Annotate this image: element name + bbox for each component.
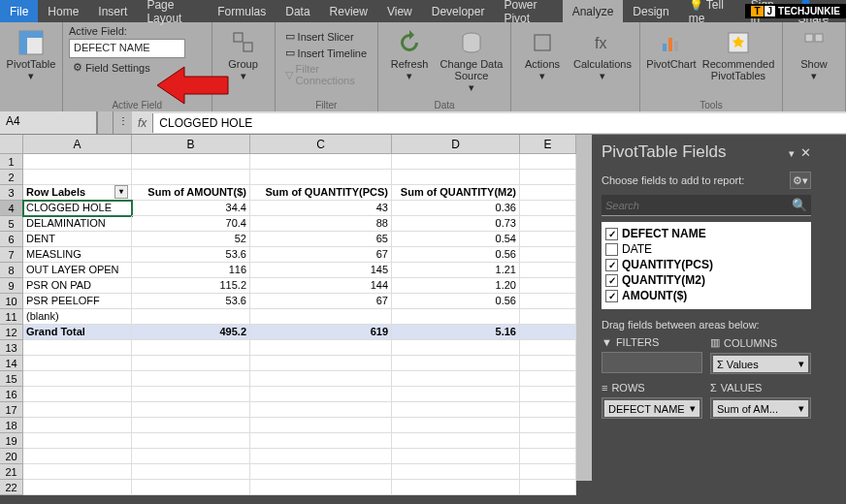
menu-view[interactable]: View bbox=[377, 0, 422, 22]
col-header-D[interactable]: D bbox=[392, 135, 520, 154]
cell[interactable] bbox=[520, 201, 576, 216]
cell[interactable] bbox=[250, 356, 392, 371]
cell[interactable] bbox=[23, 418, 132, 433]
cell[interactable]: Row Labels▾ bbox=[23, 185, 132, 201]
cell[interactable] bbox=[250, 418, 392, 433]
cell[interactable]: 144 bbox=[250, 278, 392, 294]
menu-home[interactable]: Home bbox=[38, 0, 88, 22]
cell[interactable] bbox=[392, 340, 520, 356]
pane-dropdown-icon[interactable]: ▾ bbox=[789, 147, 795, 159]
cell[interactable] bbox=[23, 449, 132, 464]
col-header-A[interactable]: A bbox=[23, 135, 132, 154]
col-header-B[interactable]: B bbox=[132, 135, 250, 154]
row-header[interactable]: 3 bbox=[0, 185, 23, 201]
cell[interactable] bbox=[392, 464, 520, 480]
cell[interactable] bbox=[520, 170, 576, 185]
active-field-input[interactable]: DEFECT NAME bbox=[69, 39, 185, 58]
cell[interactable]: 53.6 bbox=[132, 247, 250, 263]
cell[interactable] bbox=[23, 371, 132, 387]
cell[interactable] bbox=[520, 418, 576, 433]
cell[interactable] bbox=[520, 247, 576, 263]
cell[interactable] bbox=[132, 154, 250, 170]
row-header[interactable]: 16 bbox=[0, 387, 23, 402]
cell[interactable] bbox=[23, 340, 132, 356]
cell[interactable] bbox=[23, 433, 132, 449]
field-item[interactable]: ✓QUANTITY(M2) bbox=[605, 272, 807, 288]
menu-developer[interactable]: Developer bbox=[422, 0, 495, 22]
row-header[interactable]: 20 bbox=[0, 449, 23, 464]
cell[interactable] bbox=[520, 325, 576, 340]
refresh-button[interactable]: Refresh▾ bbox=[384, 25, 435, 100]
row-labels-dropdown[interactable]: ▾ bbox=[114, 185, 128, 199]
menu-analyze[interactable]: Analyze bbox=[563, 0, 624, 22]
cell[interactable] bbox=[250, 154, 392, 170]
cell[interactable]: Sum of QUANTITY(PCS) bbox=[250, 185, 392, 201]
field-item[interactable]: ✓DEFECT NAME bbox=[605, 226, 807, 241]
cell[interactable] bbox=[250, 387, 392, 402]
cell[interactable]: PSR PEELOFF bbox=[23, 294, 132, 309]
cell[interactable]: 88 bbox=[250, 216, 392, 232]
cell[interactable]: 116 bbox=[132, 263, 250, 278]
cell[interactable] bbox=[132, 433, 250, 449]
row-header[interactable]: 1 bbox=[0, 154, 23, 170]
cell[interactable]: 52 bbox=[132, 232, 250, 247]
cell[interactable] bbox=[520, 263, 576, 278]
cell[interactable] bbox=[250, 170, 392, 185]
cell[interactable] bbox=[132, 356, 250, 371]
cell[interactable]: DENT bbox=[23, 232, 132, 247]
show-button[interactable]: Show▾ bbox=[789, 25, 839, 110]
row-header[interactable]: 15 bbox=[0, 371, 23, 387]
cell[interactable] bbox=[132, 170, 250, 185]
recommended-pivottables-button[interactable]: Recommended PivotTables bbox=[700, 25, 776, 100]
cell[interactable] bbox=[392, 371, 520, 387]
row-header[interactable]: 10 bbox=[0, 294, 23, 309]
cell[interactable]: 65 bbox=[250, 232, 392, 247]
name-box[interactable]: A4 bbox=[0, 111, 97, 134]
cell[interactable]: CLOGGED HOLE bbox=[23, 201, 132, 216]
cell[interactable]: 70.4 bbox=[132, 216, 250, 232]
menu-file[interactable]: File bbox=[0, 0, 38, 22]
cell[interactable] bbox=[132, 309, 250, 325]
cell[interactable]: 43 bbox=[250, 201, 392, 216]
cell[interactable] bbox=[132, 480, 250, 495]
cell[interactable]: 34.4 bbox=[132, 201, 250, 216]
row-header[interactable]: 17 bbox=[0, 402, 23, 418]
cell[interactable]: MEASLING bbox=[23, 247, 132, 263]
cell[interactable] bbox=[132, 371, 250, 387]
values-chip[interactable]: Sum of AM...▾ bbox=[713, 400, 808, 417]
row-header[interactable]: 13 bbox=[0, 340, 23, 356]
cell[interactable] bbox=[392, 387, 520, 402]
cell[interactable] bbox=[520, 232, 576, 247]
values-area[interactable]: Sum of AM...▾ bbox=[710, 397, 811, 419]
row-header[interactable]: 7 bbox=[0, 247, 23, 263]
cell[interactable] bbox=[392, 154, 520, 170]
checkbox[interactable]: ✓ bbox=[605, 228, 618, 240]
row-header[interactable]: 5 bbox=[0, 216, 23, 232]
close-icon[interactable]: ✕ bbox=[800, 145, 811, 160]
cell[interactable]: 5.16 bbox=[392, 325, 520, 340]
cell[interactable]: 145 bbox=[250, 263, 392, 278]
row-header[interactable]: 21 bbox=[0, 464, 23, 480]
cell[interactable] bbox=[132, 449, 250, 464]
cell[interactable] bbox=[520, 480, 576, 495]
cell[interactable] bbox=[392, 356, 520, 371]
cell[interactable]: 115.2 bbox=[132, 278, 250, 294]
cell[interactable]: 67 bbox=[250, 294, 392, 309]
cell[interactable] bbox=[520, 371, 576, 387]
cell[interactable]: Sum of AMOUNT($) bbox=[132, 185, 250, 201]
cell[interactable] bbox=[23, 387, 132, 402]
col-header-E[interactable]: E bbox=[520, 135, 576, 154]
field-item[interactable]: ✓QUANTITY(PCS) bbox=[605, 257, 807, 272]
col-header-C[interactable]: C bbox=[250, 135, 392, 154]
cell[interactable]: Sum of QUANTITY(M2) bbox=[392, 185, 520, 201]
cell[interactable]: 495.2 bbox=[132, 325, 250, 340]
calculations-button[interactable]: fx Calculations▾ bbox=[571, 25, 634, 110]
rows-chip[interactable]: DEFECT NAME▾ bbox=[604, 400, 700, 417]
field-item[interactable]: DATE bbox=[605, 241, 807, 257]
name-box-dropdown[interactable]: ⋮ bbox=[113, 111, 132, 134]
menu-review[interactable]: Review bbox=[320, 0, 377, 22]
cell[interactable] bbox=[250, 464, 392, 480]
search-input[interactable] bbox=[605, 200, 792, 211]
checkbox[interactable] bbox=[605, 243, 618, 256]
cell[interactable]: DELAMINATION bbox=[23, 216, 132, 232]
